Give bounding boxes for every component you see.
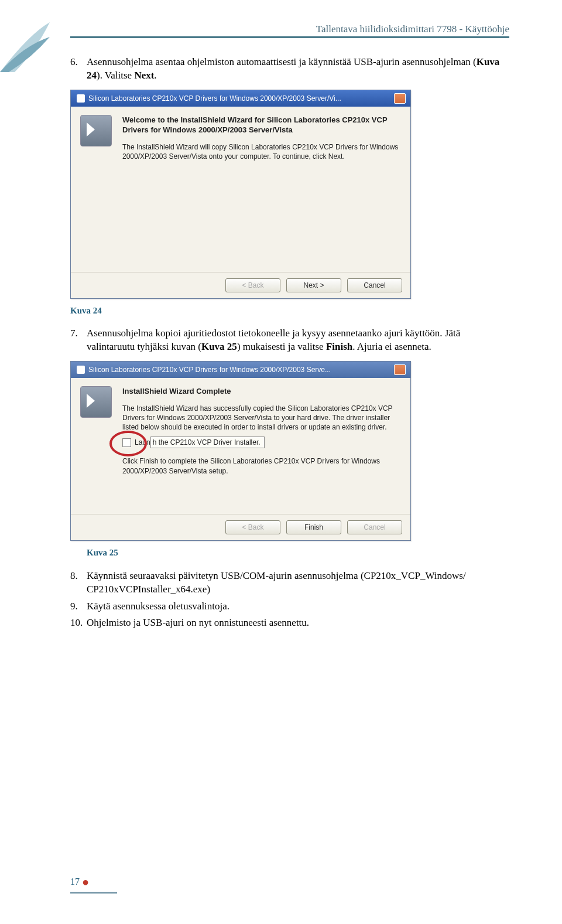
next-button[interactable]: Next >	[286, 278, 341, 292]
header-divider	[70, 36, 509, 38]
screenshot-kuva24: Silicon Laboratories CP210x VCP Drivers …	[70, 90, 411, 299]
cancel-button[interactable]: Cancel	[347, 520, 402, 534]
close-icon[interactable]	[394, 364, 406, 375]
body-text: 6. Asennusohjelma asentaa ohjelmiston au…	[70, 56, 509, 630]
launch-label-left: Laun	[135, 438, 150, 447]
list-item: 9. Käytä asennuksessa oletusvalintoja.	[70, 600, 509, 613]
page-number: 17 ●	[70, 875, 89, 889]
step-text: Ohjelmisto ja USB-ajuri on nyt onnistune…	[87, 616, 309, 630]
app-icon	[77, 94, 85, 103]
launch-checkbox[interactable]	[122, 438, 131, 447]
header-title: Tallentava hiilidioksidimittari 7798 - K…	[316, 23, 509, 35]
wizard-heading: Welcome to the InstallShield Wizard for …	[122, 115, 401, 135]
list-item: 6. Asennusohjelma asentaa ohjelmiston au…	[70, 56, 509, 83]
wizard-paragraph: The InstallShield Wizard will copy Silic…	[122, 142, 401, 161]
wizard-button-row: < Back Next > Cancel	[71, 272, 410, 298]
wizard-icon	[80, 115, 112, 146]
window-buttons	[394, 364, 406, 375]
wizard-text: Welcome to the InstallShield Wizard for …	[122, 115, 401, 267]
launch-label-right: h the CP210x VCP Driver Installer.	[150, 437, 265, 448]
figure-caption: Kuva 25	[87, 547, 509, 558]
close-icon[interactable]	[394, 93, 406, 104]
window-buttons	[394, 93, 406, 104]
window-title: Silicon Laboratories CP210x VCP Drivers …	[88, 365, 331, 374]
step-text: Käynnistä seuraavaksi päivitetyn USB/COM…	[87, 570, 509, 596]
window-titlebar: Silicon Laboratories CP210x VCP Drivers …	[71, 362, 410, 378]
step-text: Käytä asennuksessa oletusvalintoja.	[87, 600, 229, 613]
back-button[interactable]: < Back	[225, 520, 280, 534]
wizard-heading: InstallShield Wizard Complete	[122, 386, 401, 397]
step-text: Asennusohjelma kopioi ajuritiedostot tie…	[87, 327, 509, 354]
app-icon	[77, 366, 85, 374]
header-logo	[0, 22, 50, 72]
wizard-text: InstallShield Wizard Complete The Instal…	[122, 386, 401, 509]
step-number: 6.	[70, 56, 87, 83]
wizard-body: Welcome to the InstallShield Wizard for …	[71, 107, 410, 272]
page-header: Tallentava hiilidioksidimittari 7798 - K…	[70, 23, 509, 38]
wizard-button-row: < Back Finish Cancel	[71, 514, 410, 540]
finish-button[interactable]: Finish	[286, 520, 341, 534]
back-button[interactable]: < Back	[225, 278, 280, 292]
figure-caption: Kuva 24	[70, 305, 509, 316]
step-number: 8.	[70, 570, 87, 596]
wizard-paragraph: Click Finish to complete the Silicon Lab…	[122, 456, 401, 475]
document-page: Tallentava hiilidioksidimittari 7798 - K…	[0, 0, 562, 924]
list-item: 8. Käynnistä seuraavaksi päivitetyn USB/…	[70, 570, 509, 596]
screenshot-kuva25: Silicon Laboratories CP210x VCP Drivers …	[70, 361, 411, 541]
wizard-icon	[80, 386, 112, 418]
list-item: 10. Ohjelmisto ja USB-ajuri on nyt onnis…	[70, 616, 509, 630]
wizard-body: InstallShield Wizard Complete The Instal…	[71, 378, 410, 514]
window-titlebar: Silicon Laboratories CP210x VCP Drivers …	[71, 90, 410, 107]
cancel-button[interactable]: Cancel	[347, 278, 402, 292]
list-item: 7. Asennusohjelma kopioi ajuritiedostot …	[70, 327, 509, 354]
step-number: 10.	[70, 616, 87, 630]
step-number: 9.	[70, 600, 87, 613]
launch-driver-row: Laun h the CP210x VCP Driver Installer.	[122, 437, 401, 448]
page-number-underline	[70, 892, 117, 894]
step-text: Asennusohjelma asentaa ohjelmiston autom…	[87, 56, 509, 83]
step-number: 7.	[70, 327, 87, 354]
page-number-dot: ●	[82, 875, 89, 888]
window-title: Silicon Laboratories CP210x VCP Drivers …	[88, 94, 341, 103]
wizard-paragraph: The InstallShield Wizard has successfull…	[122, 404, 401, 432]
